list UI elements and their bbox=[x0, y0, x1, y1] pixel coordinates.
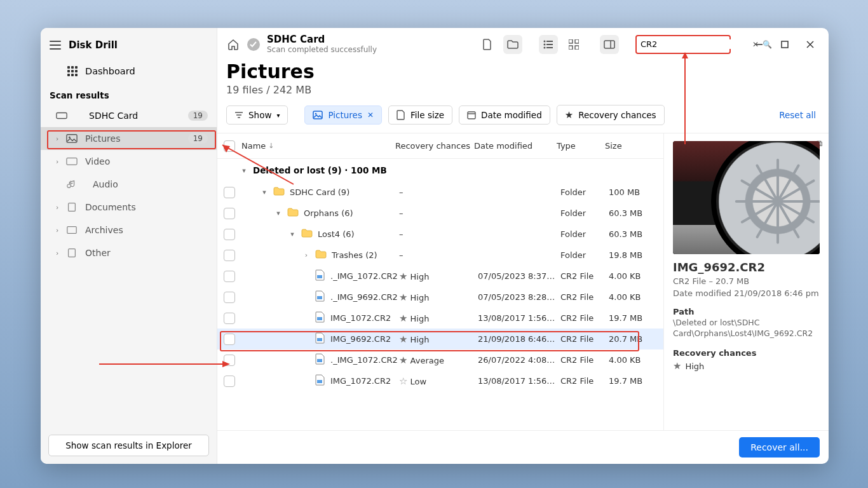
star-icon: ★ bbox=[399, 355, 407, 366]
cell-type: Folder bbox=[560, 208, 609, 218]
cell-size: 60.3 MB bbox=[609, 208, 663, 218]
row-checkbox[interactable] bbox=[224, 229, 235, 240]
svg-rect-31 bbox=[317, 275, 322, 278]
folder-view-icon[interactable] bbox=[503, 35, 522, 54]
svg-rect-5 bbox=[67, 227, 76, 234]
search-input[interactable] bbox=[641, 39, 749, 49]
table-row[interactable]: ▾Lost4 (6)–Folder60.3 MB bbox=[217, 224, 663, 245]
svg-rect-33 bbox=[317, 317, 322, 320]
star-icon: ★ bbox=[399, 271, 407, 282]
picture-icon bbox=[66, 133, 78, 144]
panel-view-icon[interactable] bbox=[600, 35, 619, 54]
sidebar-item-video[interactable]: › Video bbox=[41, 150, 217, 173]
row-checkbox[interactable] bbox=[224, 187, 235, 198]
reset-all-link[interactable]: Reset all bbox=[779, 110, 820, 120]
svg-point-10 bbox=[544, 43, 546, 45]
row-checkbox[interactable] bbox=[224, 271, 235, 282]
svg-rect-34 bbox=[317, 338, 322, 341]
cell-type: CR2 File bbox=[560, 313, 609, 323]
cell-size: 60.3 MB bbox=[609, 229, 663, 239]
row-checkbox[interactable] bbox=[224, 376, 235, 387]
pictures-chip[interactable]: Pictures ✕ bbox=[304, 105, 382, 125]
chevron-down-icon[interactable]: ▾ bbox=[288, 230, 296, 238]
badge: 19 bbox=[188, 133, 208, 144]
file-icon bbox=[315, 353, 325, 367]
grid-view-icon[interactable] bbox=[564, 35, 583, 54]
page-title: Pictures bbox=[226, 60, 820, 83]
date-modified-chip[interactable]: Date modified bbox=[459, 105, 550, 125]
chevron-down-icon[interactable]: ▾ bbox=[275, 209, 282, 217]
table-row[interactable]: ▾SDHC Card (9)–Folder100 MB bbox=[217, 182, 663, 203]
sidebar-dashboard[interactable]: Dashboard bbox=[41, 58, 217, 84]
cell-recovery: – bbox=[399, 187, 478, 197]
recover-all-button[interactable]: Recover all... bbox=[739, 437, 820, 458]
filter-icon bbox=[234, 111, 243, 119]
group-header[interactable]: ▾ Deleted or lost (9) · 100 MB bbox=[217, 159, 663, 182]
col-name[interactable]: Name↓ bbox=[241, 141, 395, 151]
show-chip[interactable]: Show ▾ bbox=[226, 105, 288, 125]
sidebar-item-audio[interactable]: Audio bbox=[41, 173, 217, 196]
table-row[interactable]: IMG_9692.CR2★ High21/09/2018 6:46…CR2 Fi… bbox=[217, 329, 663, 349]
row-checkbox[interactable] bbox=[224, 292, 235, 303]
table-row[interactable]: ▾Orphans (6)–Folder60.3 MB bbox=[217, 203, 663, 224]
drive-icon bbox=[56, 111, 67, 121]
cell-type: Folder bbox=[560, 229, 609, 239]
row-checkbox[interactable] bbox=[224, 250, 235, 261]
col-date[interactable]: Date modified bbox=[474, 141, 557, 151]
cell-recovery: ★ High bbox=[399, 271, 478, 282]
row-checkbox[interactable] bbox=[224, 208, 235, 219]
svg-rect-18 bbox=[604, 41, 614, 48]
home-icon[interactable] bbox=[226, 37, 240, 51]
status-check-icon bbox=[247, 37, 261, 51]
show-in-explorer-button[interactable]: Show scan results in Explorer bbox=[48, 435, 209, 456]
filter-bar: Show ▾ Pictures ✕ File size Date modifie… bbox=[217, 96, 829, 133]
row-checkbox[interactable] bbox=[224, 334, 235, 345]
table-row[interactable]: ._IMG_1072.CR2★ High07/05/2023 8:37…CR2 … bbox=[217, 266, 663, 287]
col-type[interactable]: Type bbox=[557, 141, 605, 151]
row-checkbox[interactable] bbox=[224, 355, 235, 366]
list-view-icon[interactable] bbox=[539, 35, 558, 54]
sidebar-item-documents[interactable]: › Documents bbox=[41, 196, 217, 219]
table-row[interactable]: ›Trashes (2)–Folder19.8 MB bbox=[217, 245, 663, 266]
svg-point-28 bbox=[315, 113, 316, 114]
file-name: Trashes (2) bbox=[332, 250, 377, 260]
folder-icon bbox=[287, 208, 299, 219]
cell-type: CR2 File bbox=[560, 334, 609, 344]
star-icon: ★ bbox=[399, 313, 407, 324]
cell-type: CR2 File bbox=[560, 292, 609, 302]
table-row[interactable]: IMG_1072.CR2☆ Low13/08/2017 1:56…CR2 Fil… bbox=[217, 370, 663, 391]
menu-icon[interactable] bbox=[50, 41, 61, 50]
col-size[interactable]: Size bbox=[605, 141, 660, 151]
cell-size: 19.7 MB bbox=[609, 313, 663, 323]
chevron-right-icon[interactable]: › bbox=[302, 251, 310, 259]
sidebar-item-archives[interactable]: › Archives bbox=[41, 219, 217, 241]
sidebar: Disk Drill Dashboard Scan results SDHC C… bbox=[41, 28, 217, 464]
star-icon: ★ bbox=[673, 360, 681, 372]
remove-chip-icon[interactable]: ✕ bbox=[367, 111, 374, 119]
table-row[interactable]: ._IMG_9692.CR2★ High07/05/2023 8:28…CR2 … bbox=[217, 287, 663, 308]
file-icon[interactable] bbox=[478, 35, 497, 54]
table-row[interactable]: ._IMG_1072.CR2★ Average26/07/2022 4:08…C… bbox=[217, 349, 663, 370]
cell-size: 20.7 MB bbox=[609, 334, 663, 344]
minimize-button[interactable] bbox=[750, 35, 769, 54]
chevron-right-icon: › bbox=[56, 249, 58, 257]
maximize-button[interactable] bbox=[775, 35, 794, 54]
sidebar-item-pictures[interactable]: › Pictures 19 bbox=[41, 127, 217, 150]
col-recovery[interactable]: Recovery chances bbox=[395, 141, 474, 151]
label: Pictures bbox=[85, 133, 120, 144]
sidebar-item-sdhc-card[interactable]: SDHC Card 19 bbox=[41, 104, 217, 127]
chevron-down-icon[interactable]: ▾ bbox=[261, 188, 268, 196]
file-size-chip[interactable]: File size bbox=[388, 105, 452, 125]
cell-recovery: ★ High bbox=[399, 313, 478, 324]
row-checkbox[interactable] bbox=[224, 313, 235, 324]
close-button[interactable] bbox=[801, 35, 820, 54]
label: Audio bbox=[93, 179, 118, 189]
topbar-title: SDHC Card bbox=[267, 34, 377, 45]
sidebar-item-other[interactable]: › Other bbox=[41, 241, 217, 264]
table-row[interactable]: IMG_1072.CR2★ High13/08/2017 1:56…CR2 Fi… bbox=[217, 308, 663, 329]
recovery-chances-chip[interactable]: ★ Recovery chances bbox=[557, 105, 665, 125]
select-all-checkbox[interactable] bbox=[224, 140, 235, 152]
topbar-subtitle: Scan completed successfully bbox=[267, 45, 377, 54]
detail-date: Date modified 21/09/2018 6:46 pm bbox=[673, 288, 820, 298]
search-field[interactable]: ✕ 🔍 bbox=[635, 35, 731, 54]
